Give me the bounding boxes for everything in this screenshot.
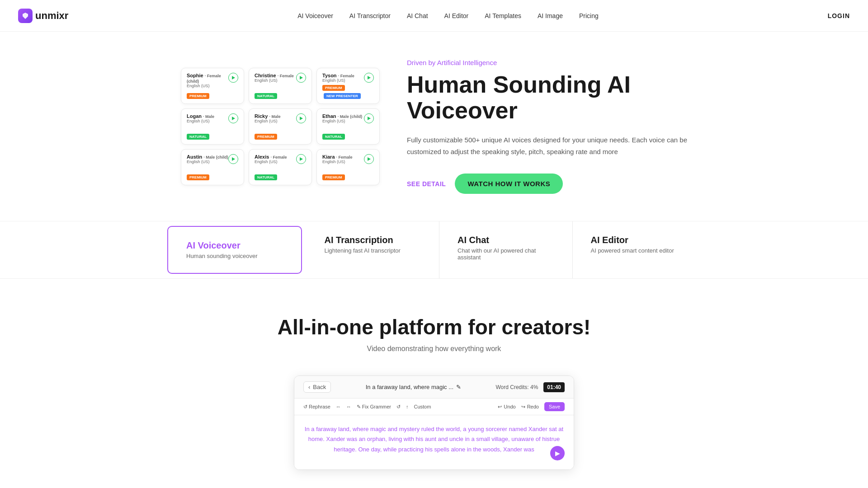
hero-title: Human Sounding AI Voiceover xyxy=(407,72,687,123)
login-button[interactable]: LOGIN xyxy=(828,12,850,19)
nav-item-image[interactable]: AI Image xyxy=(531,12,569,20)
vm-title-text: In a faraway land, where magic ... xyxy=(366,384,453,390)
voice-lang: English (US) xyxy=(255,160,287,164)
nav-link-editor[interactable]: AI Editor xyxy=(438,9,475,23)
hero-subtitle: Driven by Artificial Intelligence xyxy=(407,59,687,66)
voice-info: Christine · Female English (US) xyxy=(255,73,294,83)
voice-card-logan: Logan · Male English (US) NATURAL xyxy=(181,108,244,145)
voice-badges: PREMIUM xyxy=(187,172,238,180)
voice-name: Ricky · Male xyxy=(255,113,280,119)
feature-tab-title: AI Editor xyxy=(591,235,688,245)
nav-link-image[interactable]: AI Image xyxy=(531,9,569,23)
voice-info: Kiara · Female English (US) xyxy=(322,154,353,164)
logo-text: unmixr xyxy=(35,10,68,22)
play-button[interactable] xyxy=(228,113,238,123)
nav-link-chat[interactable]: AI Chat xyxy=(401,9,434,23)
nav-link-templates[interactable]: AI Templates xyxy=(478,9,528,23)
hero-section: Sophie · Female (child) English (US) PRE… xyxy=(118,32,750,221)
edit-icon[interactable]: ✎ xyxy=(456,384,461,390)
feature-tab-chat[interactable]: AI Chat Chat with our AI powered chat as… xyxy=(439,221,573,278)
nav-item-voiceover[interactable]: AI Voiceover xyxy=(291,12,340,20)
voice-gender-age: · Female xyxy=(336,155,353,160)
nav-item-editor[interactable]: AI Editor xyxy=(438,12,475,20)
voice-badge-primary: NATURAL xyxy=(187,134,209,140)
voice-badge-primary: PREMIUM xyxy=(187,174,209,180)
nav-item-pricing[interactable]: Pricing xyxy=(573,12,605,20)
vm-float-action-button[interactable]: ▶ xyxy=(550,446,565,460)
nav-link-transcriptor[interactable]: AI Transcriptor xyxy=(343,9,397,23)
feature-tab-transcription[interactable]: AI Transcription Lightening fast AI tran… xyxy=(307,221,440,278)
toolbar-custom[interactable]: Custom xyxy=(414,404,431,409)
voice-badges: NATURAL xyxy=(255,91,306,99)
vm-back-button[interactable]: ‹ Back xyxy=(303,381,331,393)
nav-item-templates[interactable]: AI Templates xyxy=(478,12,528,20)
play-button[interactable] xyxy=(296,73,306,83)
voice-badges: PREMIUM xyxy=(322,172,374,180)
nav-link-voiceover[interactable]: AI Voiceover xyxy=(291,9,340,23)
play-button[interactable] xyxy=(364,154,374,164)
feature-tab-voiceover[interactable]: AI Voiceover Human sounding voiceover xyxy=(167,226,302,274)
toolbar-shrink[interactable]: ↔ xyxy=(336,404,341,409)
voice-lang: English (US) xyxy=(255,78,294,83)
voice-card-top: Christine · Female English (US) xyxy=(255,73,306,83)
watch-button[interactable]: WATCH HOW IT WORKS xyxy=(455,174,563,194)
voice-gender-age: · Male xyxy=(269,114,280,119)
hero-description: Fully customizable 500+ unique AI voices… xyxy=(407,134,687,157)
voice-gender-age: · Male (child) xyxy=(338,114,363,119)
voice-cards-grid: Sophie · Female (child) English (US) PRE… xyxy=(181,68,380,185)
voice-name: Christine · Female xyxy=(255,73,294,78)
platform-title: All-in-one platform for creators! xyxy=(18,315,850,339)
feature-tab-desc: Chat with our AI powered chat assistant xyxy=(458,247,554,261)
video-mockup-header: ‹ Back In a faraway land, where magic ..… xyxy=(294,376,574,399)
vm-timer: 01:40 xyxy=(543,382,565,392)
play-button[interactable] xyxy=(296,154,306,164)
play-button[interactable] xyxy=(296,113,306,123)
vm-title-bar: In a faraway land, where magic ... ✎ xyxy=(366,384,461,390)
toolbar-rephrase[interactable]: ↺ Rephrase xyxy=(303,404,330,410)
toolbar-reload[interactable]: ↺ xyxy=(396,404,401,410)
play-button[interactable] xyxy=(364,73,374,83)
voice-card-ethan: Ethan · Male (child) English (US) NATURA… xyxy=(316,108,380,145)
hero-buttons: SEE DETAIL WATCH HOW IT WORKS xyxy=(407,174,687,194)
voice-badge-primary: NATURAL xyxy=(322,134,345,140)
voice-gender-age: · Female xyxy=(338,74,354,78)
logo[interactable]: unmixr xyxy=(18,9,68,23)
redo-button[interactable]: ↪ Redo xyxy=(521,404,539,410)
play-button[interactable] xyxy=(228,154,238,164)
feature-tab-editor[interactable]: AI Editor AI powered smart content edito… xyxy=(573,221,706,278)
voice-lang: English (US) xyxy=(322,78,354,83)
vm-content-text: In a faraway land, where magic and myste… xyxy=(303,424,565,454)
nav-link-pricing[interactable]: Pricing xyxy=(573,9,605,23)
voice-name: Sophie · Female (child) xyxy=(187,73,228,84)
voice-info: Tyson · Female English (US) xyxy=(322,73,354,83)
save-button[interactable]: Save xyxy=(544,402,565,411)
play-button[interactable] xyxy=(364,113,374,123)
video-mockup: ‹ Back In a faraway land, where magic ..… xyxy=(294,375,574,470)
voice-card-top: Kiara · Female English (US) xyxy=(322,154,374,164)
voice-card-ricky: Ricky · Male English (US) PREMIUM xyxy=(249,108,312,145)
see-detail-button[interactable]: SEE DETAIL xyxy=(407,180,446,188)
voice-card-top: Ethan · Male (child) English (US) xyxy=(322,113,374,123)
feature-tab-title: AI Chat xyxy=(458,235,554,245)
voice-info: Logan · Male English (US) xyxy=(187,113,214,123)
voice-name: Ethan · Male (child) xyxy=(322,113,362,119)
voice-lang: English (US) xyxy=(187,84,228,88)
voice-card-top: Austin · Male (child) English (US) xyxy=(187,154,238,164)
voice-info: Ethan · Male (child) English (US) xyxy=(322,113,362,123)
voice-lang: English (US) xyxy=(187,160,228,164)
voice-card-top: Logan · Male English (US) xyxy=(187,113,238,123)
voice-card-alexis: Alexis · Female English (US) NATURAL xyxy=(249,149,312,185)
voice-gender-age: · Female (child) xyxy=(187,74,221,84)
feature-tab-desc: Lightening fast AI transcriptor xyxy=(325,247,421,254)
voice-badges: NATURAL xyxy=(322,131,374,140)
voice-card-top: Ricky · Male English (US) xyxy=(255,113,306,123)
nav-item-transcriptor[interactable]: AI Transcriptor xyxy=(343,12,397,20)
vm-word-credits: Word Credits: 4% xyxy=(495,384,538,390)
toolbar-up[interactable]: ↑ xyxy=(406,404,409,409)
toolbar-expand[interactable]: ↔ xyxy=(346,404,351,409)
voice-badges: NATURAL xyxy=(187,131,238,140)
play-button[interactable] xyxy=(228,73,238,83)
nav-item-chat[interactable]: AI Chat xyxy=(401,12,434,20)
toolbar-fix-grammer[interactable]: ✎ Fix Grammer xyxy=(357,404,391,410)
undo-button[interactable]: ↩ Undo xyxy=(498,404,515,410)
